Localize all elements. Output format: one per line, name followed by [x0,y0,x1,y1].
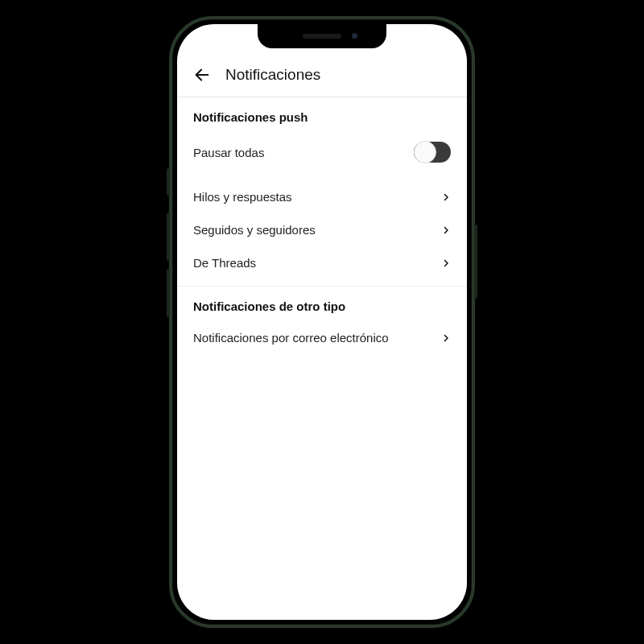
other-section-heading: Notificaciones de otro tipo [193,299,451,313]
pause-all-row: Pausar todas [177,132,467,172]
speaker-icon [303,34,341,39]
row-label: Seguidos y seguidores [193,223,316,237]
row-label: De Threads [193,256,256,270]
row-label: Notificaciones por correo electrónico [193,331,389,345]
other-section-header: Notificaciones de otro tipo [177,287,467,321]
arrow-left-icon [193,66,211,84]
back-button[interactable] [193,66,211,84]
content: Notificaciones Notificaciones push Pausa… [177,24,467,620]
page-title: Notificaciones [225,66,320,84]
push-section-heading: Notificaciones push [193,110,451,124]
nav-item-following-followers[interactable]: Seguidos y seguidores [177,213,467,246]
toggle-knob-icon [414,141,436,163]
pause-all-toggle[interactable] [414,142,451,163]
power-button [474,225,477,299]
silent-switch [167,269,170,317]
chevron-right-icon [441,224,451,237]
topbar: Notificaciones [177,52,467,97]
notch [258,24,386,48]
camera-icon [352,33,357,39]
chevron-right-icon [441,257,451,270]
nav-item-threads-replies[interactable]: Hilos y respuestas [177,180,467,213]
push-section-header: Notificaciones push [177,97,467,132]
phone-frame: Notificaciones Notificaciones push Pausa… [169,16,475,628]
volume-up-button [167,168,170,196]
pause-all-label: Pausar todas [193,146,264,159]
screen: Notificaciones Notificaciones push Pausa… [177,24,467,620]
row-label: Hilos y respuestas [193,190,292,204]
volume-down-button [167,213,170,261]
chevron-right-icon [441,332,451,345]
nav-item-from-threads[interactable]: De Threads [177,246,467,279]
nav-item-email-notifications[interactable]: Notificaciones por correo electrónico [177,321,467,354]
chevron-right-icon [441,191,451,204]
